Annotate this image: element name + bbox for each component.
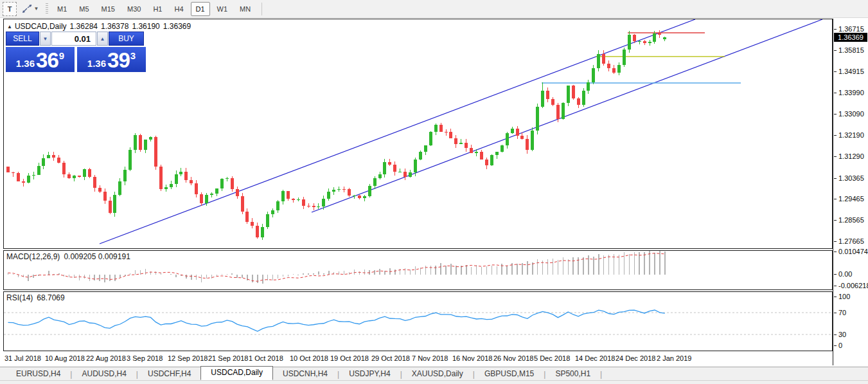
channel-upper[interactable] xyxy=(100,19,695,244)
date-label: 14 Dec 2018 xyxy=(575,354,615,362)
rsi-name: RSI(14) xyxy=(6,293,33,302)
chart-tab-usdjpy-h4[interactable]: USDJPY,H4 xyxy=(339,368,400,380)
date-label: 1 Oct 2018 xyxy=(249,354,283,362)
macd-tick: -0.006218 xyxy=(833,282,868,289)
toolbar-separator xyxy=(261,3,262,15)
sell-price-tile[interactable]: 1.36 36 9 xyxy=(6,47,75,72)
buy-price-main: 39 xyxy=(107,51,130,70)
price-tick: 1.33990 xyxy=(833,89,864,96)
rsi-value: 68.7069 xyxy=(37,293,64,302)
rsi-label: RSI(14)68.7069 xyxy=(6,293,65,302)
timeframe-button-w1[interactable]: W1 xyxy=(212,2,233,16)
timeframe-button-mn[interactable]: MN xyxy=(235,2,256,16)
sell-price-main: 36 xyxy=(36,51,58,70)
chart-tab-usdcad-daily[interactable]: USDCAD,Daily xyxy=(200,366,273,380)
rsi-line xyxy=(8,310,665,331)
arrows-icon xyxy=(22,5,32,14)
price-tick: 1.32190 xyxy=(833,131,864,139)
volume-increase-button[interactable]: ▲ xyxy=(97,32,108,46)
buy-button[interactable]: BUY xyxy=(109,32,144,46)
channel-lower[interactable] xyxy=(312,19,822,212)
rsi-chart[interactable] xyxy=(4,292,832,351)
macd-panel[interactable]: MACD(12,26,9)0.009205 0.009191 xyxy=(3,250,833,290)
timeframe-button-m5[interactable]: M5 xyxy=(74,2,94,16)
price-tick: 1.34915 xyxy=(833,68,864,75)
chart-tab-xauusd-daily[interactable]: XAUUSD,Daily xyxy=(402,368,473,380)
price-tick: 1.27665 xyxy=(833,237,864,245)
date-label: 2 Jan 2019 xyxy=(657,354,691,362)
status-strip xyxy=(0,380,868,384)
date-label: 12 Sep 2018 xyxy=(168,354,208,362)
ohlc-close: 1.36369 xyxy=(163,22,191,31)
toolbar: T ▼ M1M5M15M30H1H4D1W1MN xyxy=(0,0,868,18)
chart-tab-usdchf-h4[interactable]: USDCHF,H4 xyxy=(138,368,200,380)
toolbar-grip[interactable] xyxy=(46,3,48,15)
macd-tick: 0.00 xyxy=(833,270,852,278)
date-label: 10 Aug 2018 xyxy=(45,354,85,362)
date-label: 10 Oct 2018 xyxy=(290,354,328,362)
volume-input[interactable] xyxy=(51,32,96,46)
rsi-tick: 0 xyxy=(833,342,842,349)
date-label: 21 Sep 2018 xyxy=(208,354,248,362)
chart-title: USDCAD,Daily xyxy=(15,22,67,31)
price-tick: 1.35815 xyxy=(833,46,864,54)
date-label: 16 Nov 2018 xyxy=(452,354,492,362)
timeframe-button-m30[interactable]: M30 xyxy=(122,2,146,16)
price-tick: 1.28565 xyxy=(833,216,864,224)
current-price-box: 1.36369 xyxy=(834,33,867,42)
date-label: 3 Sep 2018 xyxy=(127,354,163,362)
chart-tab-audusd-h4[interactable]: AUDUSD,H4 xyxy=(72,368,136,380)
macd-values: 0.009205 0.009191 xyxy=(64,252,130,261)
buy-price-tile[interactable]: 1.36 39 3 xyxy=(77,47,146,72)
buy-price-pip: 3 xyxy=(130,50,136,61)
sell-price-pip: 9 xyxy=(59,50,64,61)
chart-tab-eurusd-h4[interactable]: EURUSD,H4 xyxy=(6,368,70,380)
price-tick: 1.33090 xyxy=(833,110,864,118)
timeframe-button-m1[interactable]: M1 xyxy=(52,2,72,16)
timeframe-button-h1[interactable]: H1 xyxy=(148,2,167,16)
text-tool-button[interactable]: T xyxy=(3,2,17,16)
ohlc-open: 1.36284 xyxy=(70,22,98,31)
ohlc-high: 1.36378 xyxy=(101,22,128,31)
one-click-trading-widget: SELL ▼ ▲ BUY 1.36 36 9 1.36 39 3 xyxy=(6,32,146,72)
trading-terminal: T ▼ M1M5M15M30H1H4D1W1MN ▲USDCAD,Daily1.… xyxy=(0,0,868,384)
timeframe-button-d1[interactable]: D1 xyxy=(191,2,210,16)
macd-name: MACD(12,26,9) xyxy=(6,252,60,261)
rsi-panel[interactable]: RSI(14)68.7069 xyxy=(3,291,833,351)
date-label: 31 Jul 2018 xyxy=(4,354,41,362)
chart-tab-usdcnh-h4[interactable]: USDCNH,H4 xyxy=(273,368,337,380)
date-label: 22 Aug 2018 xyxy=(86,354,126,362)
arrows-tool-button[interactable]: ▼ xyxy=(19,2,42,16)
date-label: 29 Oct 2018 xyxy=(371,354,410,362)
date-axis[interactable]: 31 Jul 201810 Aug 201822 Aug 20183 Sep 2… xyxy=(3,351,831,365)
price-tick: 1.30365 xyxy=(833,174,864,182)
dropdown-caret-icon: ▼ xyxy=(34,6,39,12)
volume-decrease-button[interactable]: ▼ xyxy=(40,32,51,46)
date-label: 19 Oct 2018 xyxy=(330,354,369,362)
timeframe-group: M1M5M15M30H1H4D1W1MN xyxy=(52,2,258,16)
ohlc-low: 1.36190 xyxy=(132,22,159,31)
sell-price-prefix: 1.36 xyxy=(16,58,35,69)
main-chart-panel[interactable]: ▲USDCAD,Daily1.362841.363781.361901.3636… xyxy=(3,19,833,249)
rsi-tick: 100 xyxy=(833,293,850,300)
macd-label: MACD(12,26,9)0.009205 0.009191 xyxy=(6,252,130,261)
sell-button[interactable]: SELL xyxy=(6,32,39,46)
date-label: 26 Nov 2018 xyxy=(493,354,533,362)
date-label: 7 Nov 2018 xyxy=(412,354,448,362)
buy-price-prefix: 1.36 xyxy=(87,58,106,69)
rsi-tick: 70 xyxy=(833,309,846,316)
price-axis[interactable]: 1.36369 1.367151.358151.349151.339901.33… xyxy=(833,19,868,365)
price-tick: 1.36715 xyxy=(833,25,864,33)
chart-header: ▲USDCAD,Daily1.362841.363781.361901.3636… xyxy=(7,22,194,31)
date-label: 5 Dec 2018 xyxy=(534,354,570,362)
collapse-triangle-icon[interactable]: ▲ xyxy=(7,24,12,30)
chart-tab-bar: EURUSD,H4|AUDUSD,H4|USDCHF,H4USDCAD,Dail… xyxy=(0,367,868,380)
rsi-tick: 30 xyxy=(833,331,846,338)
chart-tab-sp500-h1[interactable]: SP500,H1 xyxy=(545,368,600,380)
chart-tab-gbpusd-m15[interactable]: GBPUSD,M15 xyxy=(475,368,544,380)
timeframe-button-m15[interactable]: M15 xyxy=(96,2,120,16)
price-tick: 1.31290 xyxy=(833,152,864,160)
tab-divider: | xyxy=(600,369,602,380)
date-label: 24 Dec 2018 xyxy=(616,354,655,362)
timeframe-button-h4[interactable]: H4 xyxy=(169,2,188,16)
